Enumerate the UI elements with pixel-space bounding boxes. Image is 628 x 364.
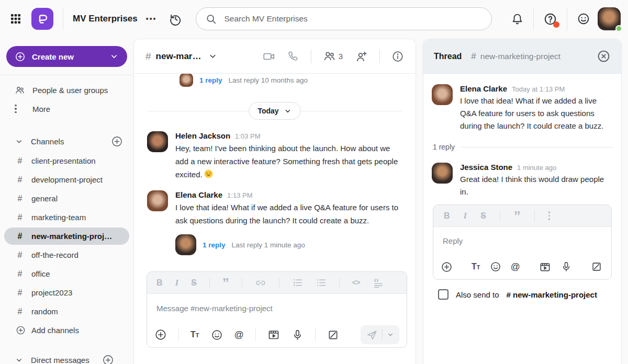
notifications-bell-icon[interactable] [511, 13, 524, 26]
screen-record-icon[interactable] [591, 261, 602, 272]
sidebar-item-more[interactable]: More [0, 99, 133, 118]
close-icon[interactable] [597, 49, 611, 63]
thread-reply-row[interactable]: 1 reply Last reply 1 minute ago [175, 234, 402, 255]
also-send-channel[interactable]: # new-marketing-project [507, 290, 597, 299]
channel-item-client-presentation[interactable]: # client-presentation [4, 152, 129, 169]
text-format-icon[interactable]: TT [472, 262, 480, 271]
apps-grid-icon[interactable] [7, 10, 24, 27]
video-message-icon[interactable] [267, 328, 280, 341]
history-icon[interactable] [169, 13, 182, 26]
thread-reply-row[interactable]: 1 reply Last reply 10 months ago [180, 74, 402, 87]
send-icon[interactable] [366, 329, 378, 341]
blockquote-icon[interactable]: ” [514, 212, 521, 220]
avatar[interactable] [147, 190, 168, 211]
link-icon[interactable] [255, 277, 266, 289]
thread-channel-name[interactable]: new-marketing-project [480, 52, 560, 61]
message-text: I love that idea! What if we added a liv… [175, 201, 402, 227]
chevron-down-icon[interactable] [109, 52, 119, 61]
blockquote-icon[interactable]: ” [222, 279, 229, 287]
reply-count-link[interactable]: 1 reply [199, 76, 222, 84]
members-icon[interactable]: 3 [323, 50, 343, 63]
hash-icon: # [471, 51, 476, 62]
mention-icon[interactable]: @ [511, 261, 520, 272]
screen-record-icon[interactable] [327, 329, 339, 341]
video-call-icon[interactable] [262, 50, 276, 63]
text-format-icon[interactable]: TT [190, 330, 199, 339]
emoji-icon[interactable] [211, 329, 223, 341]
channel-item-general[interactable]: # general [4, 190, 129, 207]
topbar-divider [63, 7, 63, 30]
code-block-icon[interactable] [373, 277, 384, 289]
workspace-name[interactable]: MV Enterprises [73, 14, 138, 24]
date-picker-button[interactable]: Today [249, 102, 300, 120]
sidebar-item-people[interactable]: People & user groups [0, 81, 133, 99]
message: Helen Jackson 1:03 PM Hey, team! I've be… [147, 131, 402, 181]
more-formatting-icon[interactable] [548, 211, 551, 220]
hash-icon: # [16, 156, 24, 166]
channel-item-marketing-team[interactable]: # marketing-team [4, 209, 129, 226]
bold-icon[interactable]: B [444, 211, 450, 221]
user-avatar[interactable] [598, 7, 621, 30]
chevron-down-icon[interactable] [208, 51, 218, 61]
channel-item-random[interactable]: # random [4, 303, 129, 320]
reply-input-row [433, 227, 611, 254]
message-author[interactable]: Helen Jackson [175, 131, 230, 140]
avatar[interactable] [432, 84, 453, 105]
add-channels-button[interactable]: Add channels [4, 322, 129, 339]
info-icon[interactable] [391, 50, 404, 63]
message-author[interactable]: Elena Clarke [175, 190, 222, 199]
video-message-icon[interactable] [539, 261, 551, 273]
header-divider [379, 50, 380, 63]
chevron-down-icon[interactable] [15, 137, 24, 146]
create-new-button[interactable]: Create new [6, 46, 127, 67]
send-button-group[interactable] [361, 325, 399, 344]
voice-call-icon[interactable] [287, 50, 299, 62]
message-list: 1 reply Last reply 10 months ago Today H… [134, 74, 416, 255]
reply-count-link[interactable]: 1 reply [203, 241, 226, 249]
last-reply-time: Last reply 1 minute ago [232, 241, 305, 249]
italic-icon[interactable]: I [464, 211, 467, 221]
channel-item-development-project[interactable]: # development-project [4, 171, 129, 188]
inline-code-icon[interactable]: <> [352, 279, 360, 287]
message-input[interactable] [156, 304, 397, 313]
channels-section-header[interactable]: Channels [0, 132, 133, 151]
message-author[interactable]: Elena Clarke [460, 84, 507, 93]
attach-plus-icon[interactable] [441, 261, 453, 273]
pumble-logo-icon[interactable] [31, 8, 53, 30]
add-channels-label: Add channels [31, 326, 79, 335]
attach-plus-icon[interactable] [154, 328, 167, 341]
channel-item-off-the-record[interactable]: # off-the-record [4, 246, 129, 264]
mention-icon[interactable]: @ [234, 329, 244, 340]
channel-item-project2023[interactable]: # project2023 [4, 284, 129, 301]
italic-icon[interactable]: I [175, 278, 179, 288]
chevron-down-icon[interactable] [15, 356, 24, 364]
ordered-list-icon[interactable] [292, 277, 303, 288]
channel-item-office[interactable]: # office [4, 265, 129, 282]
avatar[interactable] [432, 163, 453, 184]
emoji-icon[interactable] [490, 261, 501, 272]
hash-icon: # [16, 307, 24, 316]
bulleted-list-icon[interactable] [316, 277, 327, 288]
add-person-icon[interactable] [354, 50, 368, 63]
status-emoji-icon[interactable] [577, 12, 590, 26]
add-dm-icon[interactable] [102, 354, 114, 364]
bold-icon[interactable]: B [156, 278, 163, 288]
message-author[interactable]: Jessica Stone [460, 163, 512, 172]
channel-label: development-project [31, 175, 103, 184]
audio-message-icon[interactable] [291, 329, 304, 341]
also-send-checkbox[interactable] [438, 289, 448, 300]
help-icon[interactable] [543, 12, 557, 26]
direct-messages-header[interactable]: Direct messages [0, 350, 133, 364]
reply-input[interactable] [443, 236, 602, 245]
date-label: Today [257, 107, 278, 115]
strikethrough-icon[interactable]: S [480, 211, 486, 221]
avatar[interactable] [147, 131, 168, 152]
send-options-chevron-icon[interactable] [387, 331, 394, 338]
search-input[interactable]: Search MV Enterprises [196, 7, 492, 30]
add-channel-icon[interactable] [111, 135, 123, 147]
strikethrough-icon[interactable]: S [191, 278, 197, 288]
audio-message-icon[interactable] [560, 261, 572, 272]
channel-item-new-marketing-project[interactable]: # new-marketing-proj… [4, 228, 129, 245]
channel-title[interactable]: new-mar… [156, 51, 201, 62]
workspace-more-button[interactable]: ••• [145, 15, 158, 23]
